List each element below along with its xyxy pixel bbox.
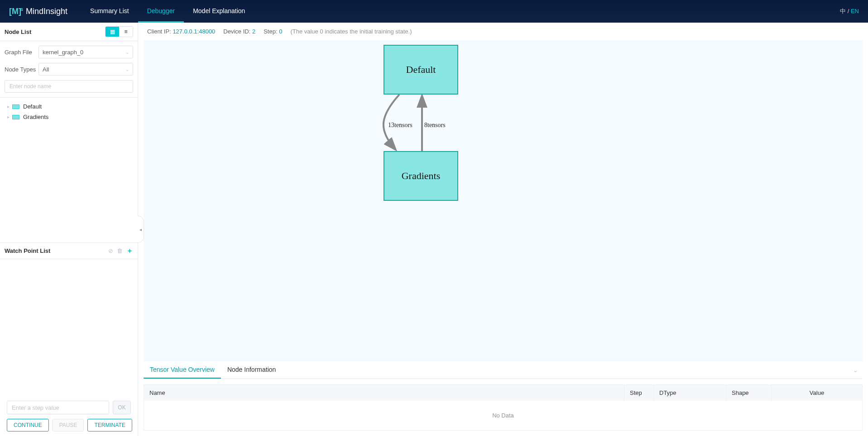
node-box-icon	[12, 115, 19, 119]
step-label: Step:	[264, 28, 277, 35]
col-step: Step	[624, 385, 654, 401]
graph-file-label: Graph File	[5, 49, 38, 56]
chevron-left-icon: ◂	[139, 227, 142, 232]
step-note: (The value 0 indicates the initial train…	[290, 28, 412, 35]
logo-text: MindInsight	[26, 7, 67, 16]
view-toggle: ▦ ≡	[105, 26, 133, 37]
watchlist-title: Watch Point List	[5, 247, 50, 254]
edge-label-left: 13tensors	[388, 122, 412, 129]
tree-item-default[interactable]: ▸ Default	[5, 101, 133, 112]
continue-button[interactable]: CONTINUE	[7, 419, 49, 431]
logo-icon: [M]S	[9, 7, 23, 16]
table-header: Name Step DType Shape Value	[144, 385, 862, 401]
edge-label-right: 8tensors	[424, 122, 446, 129]
col-shape: Shape	[726, 385, 772, 401]
nav-model-explanation[interactable]: Model Explanation	[184, 0, 254, 23]
view-grid-button[interactable]: ▦	[106, 27, 119, 37]
graph-file-select[interactable]: kernel_graph_0 ⌄	[38, 46, 133, 58]
bottom-tabs: Tensor Value Overview Node Information ⌄	[144, 361, 863, 379]
trash-icon[interactable]: 🗑	[117, 247, 123, 254]
tab-tensor-overview[interactable]: Tensor Value Overview	[144, 361, 221, 379]
node-tree: ▸ Default ▸ Gradients	[0, 98, 138, 242]
watchlist-header: Watch Point List ⊘ 🗑 ＋	[0, 242, 138, 259]
node-types-label: Node Types	[5, 66, 38, 73]
pause-button[interactable]: PAUSE	[53, 419, 84, 431]
lang-zh[interactable]: 中	[840, 8, 846, 14]
step-value: 0	[279, 28, 282, 35]
watchlist-body	[0, 259, 138, 397]
graph-node-default[interactable]: Default	[384, 45, 458, 95]
col-name: Name	[144, 385, 624, 401]
nodelist-title: Node List	[5, 28, 31, 35]
view-list-button[interactable]: ≡	[119, 27, 133, 37]
client-ip-label: Client IP:	[147, 28, 171, 35]
main-nav: Summary List Debugger Model Explanation	[81, 0, 254, 23]
terminate-button[interactable]: TERMINATE	[87, 419, 132, 431]
sidebar: Node List ▦ ≡ Graph File kernel_graph_0 …	[0, 23, 138, 436]
add-icon[interactable]: ＋	[126, 246, 133, 255]
bottom-controls: OK CONTINUE PAUSE TERMINATE	[0, 396, 138, 436]
logo[interactable]: [M]S MindInsight	[9, 7, 67, 16]
client-ip-value: 127.0.0.1:48000	[173, 28, 215, 35]
lang-sep: /	[848, 8, 849, 14]
caret-right-icon: ▸	[7, 104, 10, 109]
col-value: Value	[772, 385, 862, 401]
chevron-down-icon: ⌄	[125, 67, 129, 72]
device-id-value: 2	[252, 28, 255, 35]
node-box-icon	[12, 104, 19, 109]
table-no-data: No Data	[144, 401, 862, 430]
tab-node-information[interactable]: Node Information	[221, 361, 282, 379]
info-bar: Client IP: 127.0.0.1:48000 Device ID: 2 …	[138, 23, 868, 40]
nodelist-header: Node List ▦ ≡	[0, 23, 138, 41]
language-switch: 中 / EN	[840, 7, 859, 15]
graph-edges	[144, 40, 863, 361]
graph-node-gradients[interactable]: Gradients	[384, 151, 458, 201]
collapse-panel-icon[interactable]: ⌄	[853, 367, 858, 374]
tree-item-gradients[interactable]: ▸ Gradients	[5, 112, 133, 122]
tensor-table: Name Step DType Shape Value No Data	[144, 384, 863, 431]
node-search-input[interactable]	[5, 80, 133, 93]
app-header: [M]S MindInsight Summary List Debugger M…	[0, 0, 868, 23]
ok-button[interactable]: OK	[113, 401, 131, 414]
nav-summary-list[interactable]: Summary List	[81, 0, 138, 23]
check-icon[interactable]: ⊘	[108, 247, 113, 254]
step-input[interactable]	[7, 401, 109, 414]
grid-icon: ▦	[110, 28, 115, 35]
content: ◂ Client IP: 127.0.0.1:48000 Device ID: …	[138, 23, 868, 436]
node-types-select[interactable]: All ⌄	[38, 63, 133, 76]
list-icon: ≡	[124, 28, 127, 35]
nav-debugger[interactable]: Debugger	[138, 0, 184, 23]
chevron-down-icon: ⌄	[125, 50, 129, 55]
col-dtype: DType	[654, 385, 726, 401]
caret-right-icon: ▸	[7, 114, 10, 119]
collapse-sidebar-handle[interactable]: ◂	[138, 216, 144, 243]
filters: Graph File kernel_graph_0 ⌄ Node Types A…	[0, 41, 138, 98]
graph-canvas[interactable]: Default Gradients 13tensors 8tensors	[144, 40, 863, 361]
device-id-label: Device ID:	[223, 28, 250, 35]
lang-en[interactable]: EN	[851, 8, 859, 14]
